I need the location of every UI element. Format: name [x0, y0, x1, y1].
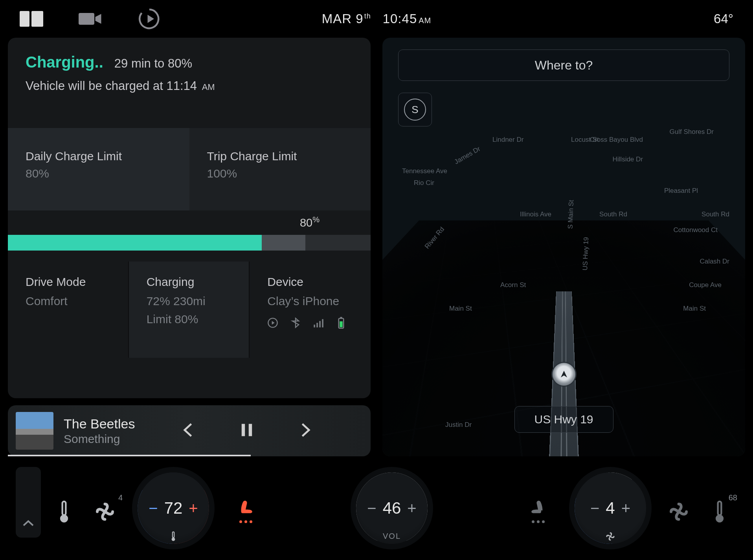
passenger-temp-value: 68 — [702, 493, 737, 500]
svg-rect-23 — [718, 501, 722, 515]
battery-icon — [336, 317, 347, 329]
charging-header: Charging.. 29 min to 80% Vehicle will be… — [8, 38, 371, 128]
left-temp-icon[interactable] — [46, 493, 82, 523]
driver-temp-value: 72 — [164, 499, 183, 518]
svg-rect-10 — [340, 321, 343, 327]
street-label: Calash Dr — [700, 258, 729, 265]
charging-cell-label: Charging — [147, 275, 237, 289]
svg-point-14 — [60, 514, 68, 522]
compass-button[interactable]: S — [398, 93, 432, 126]
svg-rect-1 — [31, 11, 43, 27]
street-label: Justin Dr — [445, 421, 472, 429]
passenger-fan-down-button[interactable]: − — [590, 500, 599, 516]
driver-temp-dial[interactable]: − 72 + — [132, 467, 215, 549]
climate-expand-button[interactable] — [16, 467, 41, 538]
drive-mode-cell[interactable]: Drive Mode Comfort — [8, 262, 129, 358]
status-bar: MAR 9th 10:45AM 64° — [0, 0, 753, 38]
vehicle-marker-icon — [553, 363, 575, 386]
climate-bar: 4 − 72 + − 46 + — [0, 456, 753, 560]
street-label: Tennessee Ave — [402, 167, 447, 175]
map-search-input[interactable]: Where to? — [398, 49, 729, 81]
street-label: Lindner Dr — [492, 136, 523, 144]
right-temp-icon[interactable]: 68 — [702, 493, 737, 523]
current-road-label: US Hwy 19 — [514, 406, 613, 433]
volume-up-button[interactable]: + — [407, 500, 416, 516]
dashcam-icon[interactable] — [79, 11, 102, 27]
svg-rect-9 — [340, 317, 342, 318]
fan-icon — [606, 531, 615, 543]
svg-rect-2 — [79, 13, 94, 25]
media-bar[interactable]: The Beetles Something — [8, 405, 371, 456]
volume-dial[interactable]: − 46 + VOL — [351, 467, 433, 549]
date-day: 9 — [356, 11, 363, 26]
charge-fill — [8, 235, 262, 251]
left-fan-icon[interactable]: 4 — [87, 493, 123, 523]
trip-charge-limit-cell[interactable]: Trip Charge Limit 100% — [189, 128, 371, 210]
street-label: South Rd — [599, 210, 627, 218]
media-next-button[interactable] — [301, 423, 311, 439]
passenger-seat-heat-button[interactable] — [516, 494, 560, 523]
compass-heading: S — [405, 99, 425, 120]
charging-card[interactable]: Charging.. 29 min to 80% Vehicle will be… — [8, 38, 371, 398]
power-replay-icon[interactable] — [138, 11, 161, 27]
map-card[interactable]: Tennessee Ave River Rd Acorn St Main St … — [382, 38, 745, 456]
device-cell[interactable]: Device Clay’s iPhone — [250, 262, 371, 358]
trip-charge-limit-label: Trip Charge Limit — [207, 150, 353, 163]
daily-charge-limit-cell[interactable]: Daily Charge Limit 80% — [8, 128, 189, 210]
street-label: Acorn St — [500, 281, 526, 289]
volume-value: 46 — [383, 499, 401, 518]
charging-cell[interactable]: Charging 72% 230mi Limit 80% — [129, 262, 250, 358]
svg-rect-7 — [322, 319, 324, 327]
bluetooth-icon — [290, 317, 301, 329]
driver-temp-up-button[interactable]: + — [189, 500, 198, 516]
device-cell-label: Device — [267, 275, 359, 289]
svg-point-18 — [172, 538, 175, 541]
street-label: Cottonwood Ct — [674, 226, 718, 234]
street-label: S Main St — [567, 200, 576, 229]
passenger-fan-up-button[interactable]: + — [621, 500, 630, 516]
media-artist: The Beetles — [64, 416, 135, 432]
drive-mode-label: Drive Mode — [26, 275, 116, 289]
media-prev-button[interactable] — [182, 423, 193, 439]
driver-temp-down-button[interactable]: − — [149, 500, 158, 516]
media-pause-button[interactable] — [240, 423, 254, 439]
svg-rect-11 — [242, 424, 245, 436]
street-label: Pleasant Pl — [664, 187, 698, 195]
charging-eta: 29 min to 80% — [114, 57, 192, 71]
left-fan-level: 4 — [87, 493, 123, 500]
passenger-fan-dial[interactable]: − 4 + — [569, 467, 652, 549]
svg-rect-6 — [320, 321, 321, 327]
media-track: Something — [64, 432, 135, 446]
date-suffix: th — [364, 12, 371, 20]
charge-progress[interactable]: 80% — [8, 210, 371, 262]
thermometer-icon — [169, 531, 178, 543]
charging-cell-line1: 72% 230mi — [147, 293, 237, 310]
clock: MAR 9th 10:45AM — [322, 11, 431, 26]
time-ampm: AM — [419, 16, 431, 25]
time: 10:45 — [383, 11, 417, 26]
date-month: MAR — [322, 11, 352, 26]
passenger-fan-value: 4 — [606, 499, 615, 518]
svg-rect-12 — [249, 424, 252, 436]
svg-point-24 — [716, 514, 724, 522]
volume-label: VOL — [351, 532, 433, 541]
svg-rect-5 — [317, 323, 318, 328]
layout-toggle-icon[interactable] — [20, 11, 43, 27]
svg-rect-13 — [62, 501, 66, 515]
charge-target-segment — [262, 235, 305, 251]
svg-rect-17 — [173, 532, 174, 537]
street-label: Main St — [449, 305, 472, 313]
street-label: Hillside Dr — [613, 156, 643, 163]
driver-seat-heat-button[interactable] — [224, 494, 267, 523]
svg-rect-4 — [314, 324, 316, 327]
street-label: Gulf Shores Dr — [670, 128, 714, 136]
drive-mode-value: Comfort — [26, 293, 116, 310]
trip-charge-limit-value: 100% — [207, 167, 353, 180]
street-label: US Hwy 19 — [581, 237, 590, 271]
street-label: Cross Bayou Blvd — [590, 136, 643, 144]
volume-down-button[interactable]: − — [367, 500, 376, 516]
right-fan-icon[interactable] — [661, 493, 696, 523]
street-label: Rio Cir — [414, 179, 434, 187]
svg-rect-0 — [20, 11, 29, 27]
device-cell-value: Clay’s iPhone — [267, 293, 359, 310]
